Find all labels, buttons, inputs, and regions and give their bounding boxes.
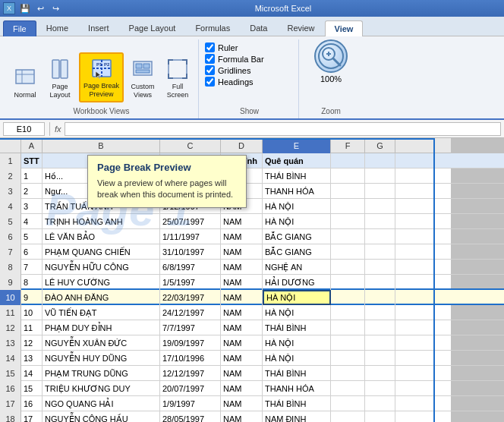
cell-b13[interactable]: NGUYỄN XUÂN ĐỨC bbox=[43, 335, 160, 351]
cell-e16[interactable]: THANH HÓA bbox=[263, 381, 331, 396]
cell-d7[interactable]: NAM bbox=[221, 244, 263, 260]
tab-file[interactable]: File bbox=[3, 20, 36, 36]
cell-e6[interactable]: BẮC GIANG bbox=[263, 229, 331, 244]
gridlines-checkbox[interactable] bbox=[205, 65, 215, 75]
col-header-d[interactable]: D bbox=[221, 138, 263, 153]
cell-g11[interactable] bbox=[365, 305, 395, 320]
cell-b18[interactable]: NGUYỄN CÔNG HẦU bbox=[43, 411, 160, 422]
cell-d17[interactable]: NAM bbox=[221, 396, 263, 411]
cell-g18[interactable] bbox=[365, 411, 395, 422]
cell-a11[interactable]: 10 bbox=[21, 305, 43, 320]
cell-e4[interactable]: HÀ NỘI bbox=[263, 199, 331, 214]
row-num-3[interactable]: 3 bbox=[0, 184, 21, 199]
cell-g12[interactable] bbox=[365, 320, 395, 335]
ruler-checkbox[interactable] bbox=[205, 43, 215, 52]
save-quick-btn[interactable]: 💾 bbox=[18, 2, 32, 15]
cell-c12[interactable]: 7/7/1997 bbox=[160, 320, 221, 335]
cell-d18[interactable]: NAM bbox=[221, 411, 263, 422]
cell-f7[interactable] bbox=[331, 244, 365, 260]
undo-btn[interactable]: ↩ bbox=[33, 2, 47, 15]
cell-b5[interactable]: TRỊNH HOÀNG ANH bbox=[43, 214, 160, 229]
cell-f10[interactable] bbox=[331, 290, 365, 305]
cell-f13[interactable] bbox=[331, 335, 365, 351]
cell-a18[interactable]: 17 bbox=[21, 411, 43, 422]
cell-e10[interactable]: HÀ NỘI bbox=[263, 290, 331, 305]
cell-f15[interactable] bbox=[331, 366, 365, 381]
cell-f16[interactable] bbox=[331, 381, 365, 396]
cell-c18[interactable]: 28/05/1997 bbox=[160, 411, 221, 422]
cell-a10[interactable]: 9 bbox=[21, 290, 43, 305]
cell-a7[interactable]: 6 bbox=[21, 244, 43, 260]
cell-a17[interactable]: 16 bbox=[21, 396, 43, 411]
cell-f5[interactable] bbox=[331, 214, 365, 229]
cell-g4[interactable] bbox=[365, 199, 395, 214]
cell-a15[interactable]: 14 bbox=[21, 366, 43, 381]
cell-g14[interactable] bbox=[365, 351, 395, 366]
cell-a2[interactable]: 1 bbox=[21, 168, 43, 184]
zoom-button[interactable] bbox=[314, 39, 348, 73]
page-layout-btn[interactable]: PageLayout bbox=[44, 54, 76, 102]
cell-a5[interactable]: 4 bbox=[21, 214, 43, 229]
col-header-c[interactable]: C bbox=[160, 138, 221, 153]
cell-a6[interactable]: 5 bbox=[21, 229, 43, 244]
tab-page-layout[interactable]: Page Layout bbox=[119, 20, 186, 36]
cell-g5[interactable] bbox=[365, 214, 395, 229]
normal-view-btn[interactable]: Normal bbox=[9, 62, 41, 102]
tab-data[interactable]: Data bbox=[240, 20, 277, 36]
tab-review[interactable]: Review bbox=[277, 20, 324, 36]
row-num-9[interactable]: 9 bbox=[0, 275, 21, 290]
cell-f6[interactable] bbox=[331, 229, 365, 244]
headings-checkbox[interactable] bbox=[205, 77, 215, 87]
cell-b8[interactable]: NGUYỄN HỮU CÔNG bbox=[43, 260, 160, 275]
cell-d5[interactable]: NAM bbox=[221, 214, 263, 229]
cell-a1[interactable]: STT bbox=[21, 153, 43, 168]
row-num-18[interactable]: 18 bbox=[0, 411, 21, 422]
col-header-a[interactable]: A bbox=[21, 138, 43, 153]
cell-b9[interactable]: LÊ HUY CƯỜNG bbox=[43, 275, 160, 290]
cell-b10[interactable]: ĐÀO ANH ĐĂNG bbox=[43, 290, 160, 305]
cell-f17[interactable] bbox=[331, 396, 365, 411]
cell-f18[interactable] bbox=[331, 411, 365, 422]
row-num-1[interactable]: 1 bbox=[0, 153, 21, 168]
cell-f3[interactable] bbox=[331, 184, 365, 199]
cell-c15[interactable]: 12/12/1997 bbox=[160, 366, 221, 381]
cell-a16[interactable]: 15 bbox=[21, 381, 43, 396]
cell-e2[interactable]: THÁI BÌNH bbox=[263, 168, 331, 184]
row-num-4[interactable]: 4 bbox=[0, 199, 21, 214]
cell-d14[interactable]: NAM bbox=[221, 351, 263, 366]
formula-input[interactable] bbox=[65, 122, 501, 136]
cell-d10[interactable]: NAM bbox=[221, 290, 263, 305]
row-num-16[interactable]: 16 bbox=[0, 381, 21, 396]
row-num-5[interactable]: 5 bbox=[0, 214, 21, 229]
full-screen-btn[interactable]: FullScreen bbox=[162, 54, 194, 102]
cell-g9[interactable] bbox=[365, 275, 395, 290]
cell-c17[interactable]: 1/9/1997 bbox=[160, 396, 221, 411]
col-header-b[interactable]: B bbox=[43, 138, 160, 153]
row-num-7[interactable]: 7 bbox=[0, 244, 21, 260]
cell-b12[interactable]: PHẠM DUY ĐỈNH bbox=[43, 320, 160, 335]
cell-g13[interactable] bbox=[365, 335, 395, 351]
cell-f9[interactable] bbox=[331, 275, 365, 290]
cell-d12[interactable]: NAM bbox=[221, 320, 263, 335]
cell-f12[interactable] bbox=[331, 320, 365, 335]
custom-views-btn[interactable]: CustomViews bbox=[127, 54, 159, 102]
cell-e11[interactable]: HÀ NỘI bbox=[263, 305, 331, 320]
cell-e13[interactable]: HÀ NỘI bbox=[263, 335, 331, 351]
cell-f2[interactable] bbox=[331, 168, 365, 184]
cell-g8[interactable] bbox=[365, 260, 395, 275]
cell-g1[interactable] bbox=[365, 153, 395, 168]
row-num-14[interactable]: 14 bbox=[0, 351, 21, 366]
cell-b7[interactable]: PHẠM QUANG CHIẾN bbox=[43, 244, 160, 260]
cell-a14[interactable]: 13 bbox=[21, 351, 43, 366]
cell-d11[interactable]: NAM bbox=[221, 305, 263, 320]
cell-g7[interactable] bbox=[365, 244, 395, 260]
row-num-12[interactable]: 12 bbox=[0, 320, 21, 335]
page-break-preview-btn[interactable]: P1 P2 Page BreakPreview bbox=[79, 52, 124, 102]
cell-c14[interactable]: 17/10/1996 bbox=[160, 351, 221, 366]
cell-c9[interactable]: 1/5/1997 bbox=[160, 275, 221, 290]
col-header-f[interactable]: F bbox=[331, 138, 365, 153]
formula-bar-checkbox[interactable] bbox=[205, 54, 215, 64]
row-num-6[interactable]: 6 bbox=[0, 229, 21, 244]
row-num-17[interactable]: 17 bbox=[0, 396, 21, 411]
cell-g15[interactable] bbox=[365, 366, 395, 381]
